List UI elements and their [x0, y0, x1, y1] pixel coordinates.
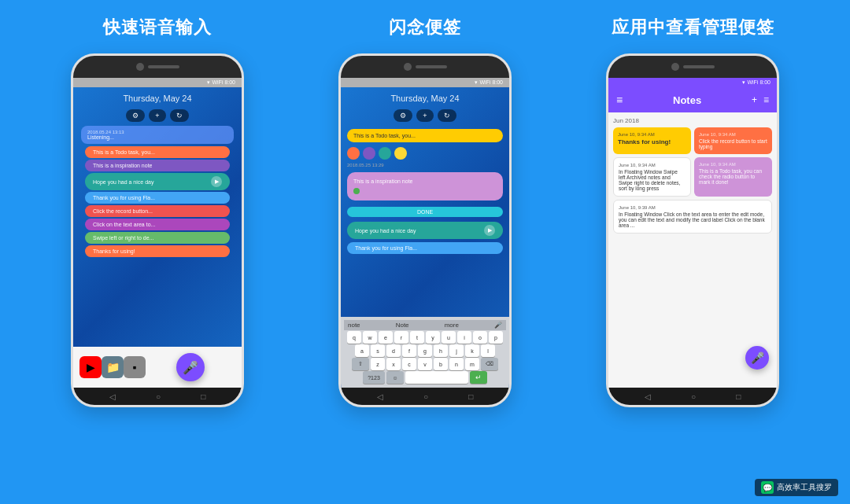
date-display-1: Thursday, May 24 [73, 87, 242, 109]
todo-card-2: This is a Todo task, you... [347, 129, 503, 142]
nav-home-3[interactable]: ○ [691, 392, 696, 401]
toolbar-refresh[interactable]: ↻ [170, 109, 189, 122]
play-button-2[interactable]: ▶ [484, 225, 495, 236]
nav-back-2[interactable]: ◁ [377, 392, 383, 401]
keyboard-row-4: ?123 ☺ ↵ [344, 371, 506, 384]
key-g[interactable]: g [418, 344, 432, 357]
status-icons-2: ▾ WiFi 8:00 [475, 79, 503, 86]
play-button-1[interactable]: ▶ [211, 176, 222, 187]
nav-recent-2[interactable]: □ [468, 392, 473, 401]
key-shift[interactable]: ⇧ [352, 358, 369, 370]
phone3-screen: ≡ Notes + ≡ Jun 2018 June 10, 9:34 AM Th… [608, 87, 777, 388]
sort-icon[interactable]: ≡ [763, 94, 769, 105]
app-header: ≡ Notes + ≡ [608, 87, 777, 112]
keyboard-section: note Note more 🎤 q w e r t y u i [341, 317, 509, 388]
nav-home-1[interactable]: ○ [156, 392, 161, 401]
files-icon[interactable]: 📁 [102, 356, 124, 378]
done-btn[interactable]: DONE [347, 207, 503, 217]
key-enter[interactable]: ↵ [470, 371, 487, 384]
toolbar-settings[interactable]: ⚙ [126, 109, 145, 122]
note-title-1: Thanks for using! [618, 138, 686, 145]
toolbar2-settings[interactable]: ⚙ [394, 109, 412, 122]
nav-back-1[interactable]: ◁ [109, 392, 116, 401]
key-q[interactable]: q [347, 331, 361, 344]
add-note-icon[interactable]: + [752, 94, 757, 105]
note-card-1[interactable]: June 10, 9:34 AM Thanks for using! [613, 127, 691, 154]
toolbar2-refresh[interactable]: ↻ [438, 109, 456, 122]
key-h[interactable]: h [434, 344, 448, 357]
mic-fab-1[interactable]: 🎤 [176, 353, 205, 381]
key-s[interactable]: s [371, 344, 385, 357]
note-pill-1: This is a Todo task, you... [85, 146, 230, 158]
youtube-icon[interactable]: ▶ [79, 356, 102, 378]
key-t[interactable]: t [410, 331, 424, 344]
color-dot-2[interactable] [363, 147, 375, 160]
camera-2 [404, 63, 412, 71]
key-space[interactable] [405, 371, 468, 384]
note-card-2[interactable]: June 10, 9:34 AM Click the record button… [694, 127, 772, 154]
toolbar-add[interactable]: + [149, 109, 165, 122]
key-c[interactable]: c [402, 358, 416, 370]
note-card-5[interactable]: June 10, 9:39 AM In Floating Window Clic… [613, 200, 772, 234]
speaker-1 [148, 65, 179, 68]
nav-home-2[interactable]: ○ [423, 392, 428, 401]
key-z[interactable]: z [371, 358, 385, 370]
app-icon-3[interactable]: ▪ [124, 356, 146, 378]
key-o[interactable]: o [473, 331, 487, 344]
listening-bubble: 2018.05.24 13:13 Listening... [81, 126, 234, 144]
header-icons: + ≡ [752, 94, 769, 105]
key-m[interactable]: m [465, 358, 479, 370]
phone1-screen: Thursday, May 24 ⚙ + ↻ 2018.05.24 13:13 … [73, 87, 242, 347]
key-n[interactable]: n [449, 358, 464, 370]
key-w[interactable]: w [363, 331, 377, 344]
nav-recent-3[interactable]: □ [736, 392, 741, 401]
phone2-screen: Thursday, May 24 ⚙ + ↻ This is a Todo ta… [341, 87, 509, 388]
status-bar-1: ▾ WiFi 8:00 [73, 78, 242, 87]
keyboard-row-2: a s d f g h j k l [344, 344, 506, 357]
key-u[interactable]: u [442, 331, 456, 344]
key-k[interactable]: k [465, 344, 479, 357]
speaker-2 [416, 65, 447, 68]
note-card-3[interactable]: June 10, 9:34 AM In Floating Window Swip… [613, 157, 691, 197]
color-dot-1[interactable] [347, 147, 360, 160]
note-card-4[interactable]: June 10, 9:34 AM This is a Todo task, yo… [694, 157, 772, 197]
wechat-icon: 💬 [761, 481, 774, 494]
nav-back-3[interactable]: ◁ [645, 392, 651, 401]
key-x[interactable]: x [386, 358, 401, 370]
key-i[interactable]: i [457, 331, 471, 344]
key-l[interactable]: l [481, 344, 495, 357]
key-v[interactable]: v [418, 358, 432, 370]
key-y[interactable]: y [426, 331, 440, 344]
camera-1 [136, 63, 144, 71]
notes-grid: June 10, 9:34 AM Thanks for using! June … [613, 127, 772, 197]
note-pill-3: Hope you had a nice day ▶ [85, 173, 230, 190]
key-emoji[interactable]: ☺ [386, 371, 404, 384]
key-j[interactable]: j [449, 344, 464, 357]
nav-recent-1[interactable]: □ [201, 392, 205, 401]
camera-3 [671, 63, 679, 71]
mic-fab-3[interactable]: 🎤 [745, 346, 769, 370]
mic-fab-container: 🎤 [146, 353, 235, 381]
key-r[interactable]: r [394, 331, 408, 344]
hamburger-icon[interactable]: ≡ [616, 94, 623, 106]
note-pill-p2-2: Thank you for using Fla... [347, 242, 503, 254]
key-backspace[interactable]: ⌫ [481, 358, 498, 370]
key-d[interactable]: d [386, 344, 401, 357]
note-pill-2: This is a inspiration note [85, 160, 230, 171]
key-f[interactable]: f [402, 344, 416, 357]
key-a[interactable]: a [355, 344, 369, 357]
key-b[interactable]: b [434, 358, 448, 370]
note-meta-4: June 10, 9:34 AM [699, 162, 767, 167]
toolbar2-add[interactable]: + [416, 109, 433, 122]
color-dot-3[interactable] [379, 147, 391, 160]
note-text-4: This is a Todo task, you can check the r… [699, 168, 767, 185]
key-e[interactable]: e [379, 331, 393, 344]
key-p[interactable]: p [489, 331, 503, 344]
note-pill-8: Thanks for using! [85, 245, 230, 257]
section-voice-input: 快速语音输入 ▾ WiFi 8:00 Thursday, May 24 ⚙ + [24, 16, 291, 496]
key-symbols[interactable]: ?123 [363, 371, 385, 384]
section-manage-notes: 应用中查看管理便签 ▾ WiFi 8:00 ≡ Notes + [559, 16, 826, 496]
month-label: Jun 2018 [613, 117, 772, 124]
color-dot-4[interactable] [394, 147, 407, 160]
color-dots [347, 147, 503, 160]
